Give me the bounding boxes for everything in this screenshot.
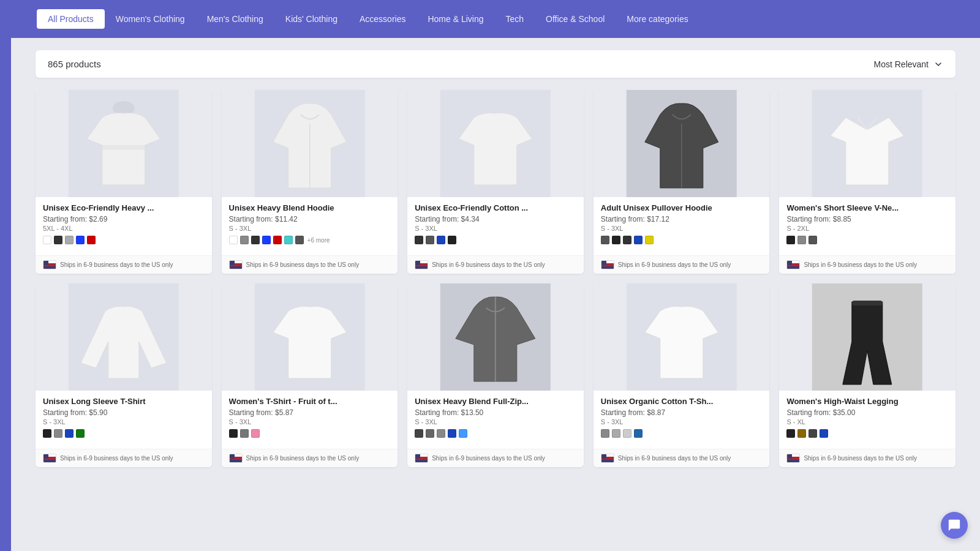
color-swatch[interactable]: [240, 236, 249, 244]
color-swatch[interactable]: [459, 429, 467, 438]
shipping-text: Ships in 6-9 business days to the US onl…: [618, 261, 731, 269]
color-swatch[interactable]: [612, 236, 620, 244]
nav-tab-kids--clothing[interactable]: Kids' Clothing: [274, 9, 349, 29]
product-name: Unisex Long Sleeve T-Shirt: [43, 397, 205, 406]
color-swatch[interactable]: [623, 429, 631, 438]
product-price: Starting from: $5.87: [229, 408, 391, 417]
nav-tab-men-s-clothing[interactable]: Men's Clothing: [196, 9, 274, 29]
color-swatch[interactable]: [809, 236, 817, 244]
us-flag-icon: [415, 454, 428, 463]
color-swatch[interactable]: [426, 429, 434, 438]
product-card[interactable]: Women's High-Waist Legging Starting from…: [779, 283, 956, 467]
product-sizes: 5XL - 4XL: [43, 225, 205, 232]
product-info: Unisex Eco-Friendly Heavy ... Starting f…: [36, 197, 212, 255]
nav-tab-all-products[interactable]: All Products: [37, 9, 105, 29]
color-swatch[interactable]: [634, 429, 643, 438]
color-swatch[interactable]: [415, 236, 423, 244]
color-swatch[interactable]: [797, 429, 806, 438]
us-flag-icon: [415, 260, 428, 269]
nav-tab-home---living[interactable]: Home & Living: [417, 9, 494, 29]
color-swatch[interactable]: [645, 236, 654, 244]
color-swatch[interactable]: [786, 429, 795, 438]
color-swatch[interactable]: [295, 236, 304, 244]
color-swatches: [43, 429, 205, 438]
product-card[interactable]: Unisex Heavy Blend Hoodie Starting from:…: [222, 90, 398, 274]
nav-tab-office---school[interactable]: Office & School: [535, 9, 616, 29]
color-swatch[interactable]: [87, 236, 96, 244]
color-swatch[interactable]: [797, 236, 806, 244]
color-swatch[interactable]: [623, 236, 631, 244]
color-swatch[interactable]: [786, 236, 795, 244]
color-swatch[interactable]: [76, 429, 85, 438]
product-name: Women's T-Shirt - Fruit of t...: [229, 397, 391, 406]
product-name: Unisex Heavy Blend Hoodie: [229, 203, 391, 212]
color-swatch[interactable]: [448, 236, 456, 244]
nav-tab-women-s-clothing[interactable]: Women's Clothing: [105, 9, 196, 29]
color-swatch[interactable]: [65, 236, 74, 244]
product-image: [222, 283, 398, 391]
sort-dropdown[interactable]: Most Relevant: [874, 59, 943, 69]
product-sizes: S - XL: [786, 418, 948, 425]
nav-tab-accessories[interactable]: Accessories: [349, 9, 417, 29]
product-card[interactable]: Unisex Eco-Friendly Heavy ... Starting f…: [36, 90, 212, 274]
color-swatch[interactable]: [820, 429, 828, 438]
product-image: [407, 90, 584, 197]
product-image: [779, 283, 956, 391]
product-info: Women's T-Shirt - Fruit of t... Starting…: [222, 391, 398, 449]
product-card[interactable]: Women's Short Sleeve V-Ne... Starting fr…: [779, 90, 956, 274]
color-swatch[interactable]: [54, 236, 62, 244]
product-card[interactable]: Unisex Long Sleeve T-Shirt Starting from…: [36, 283, 212, 467]
color-swatch[interactable]: [54, 429, 62, 438]
shipping-text: Ships in 6-9 business days to the US onl…: [804, 454, 917, 462]
product-info: Unisex Long Sleeve T-Shirt Starting from…: [36, 391, 212, 449]
color-swatch[interactable]: [612, 429, 620, 438]
color-swatch[interactable]: [76, 236, 85, 244]
shipping-text: Ships in 6-9 business days to the US onl…: [804, 261, 917, 269]
main-content: 865 products Most Relevant Unisex Eco-Fr…: [11, 38, 980, 479]
product-card[interactable]: Women's T-Shirt - Fruit of t... Starting…: [222, 283, 398, 467]
color-swatch[interactable]: [273, 236, 282, 244]
nav-tab-tech[interactable]: Tech: [494, 9, 535, 29]
color-swatch[interactable]: [415, 429, 423, 438]
nav-tab-more-categories[interactable]: More categories: [616, 9, 699, 29]
color-swatch[interactable]: [437, 236, 445, 244]
color-swatch[interactable]: [240, 429, 249, 438]
product-price: Starting from: $2.69: [43, 215, 205, 223]
color-swatch[interactable]: [634, 236, 643, 244]
color-swatch[interactable]: [426, 236, 434, 244]
color-swatch[interactable]: [65, 429, 74, 438]
product-name: Unisex Organic Cotton T-Sh...: [601, 397, 763, 406]
product-image: [594, 283, 770, 391]
product-price: Starting from: $8.85: [786, 215, 948, 223]
product-image: [594, 90, 770, 197]
color-swatch[interactable]: [251, 236, 260, 244]
shipping-info: Ships in 6-9 business days to the US onl…: [36, 449, 212, 467]
color-swatch[interactable]: [809, 429, 817, 438]
color-swatch[interactable]: [229, 429, 238, 438]
chat-button[interactable]: [941, 512, 968, 539]
product-name: Unisex Eco-Friendly Heavy ...: [43, 203, 205, 212]
color-swatches: [601, 429, 763, 438]
product-info: Unisex Heavy Blend Full-Zip... Starting …: [407, 391, 584, 449]
color-swatch[interactable]: [601, 236, 609, 244]
color-swatch[interactable]: [43, 429, 51, 438]
product-card[interactable]: Unisex Heavy Blend Full-Zip... Starting …: [407, 283, 584, 467]
product-count: 865 products: [48, 59, 101, 69]
product-image: [36, 283, 212, 391]
product-grid: Unisex Eco-Friendly Heavy ... Starting f…: [36, 90, 956, 467]
product-card[interactable]: Unisex Eco-Friendly Cotton ... Starting …: [407, 90, 584, 274]
product-sizes: S - 3XL: [229, 225, 391, 232]
color-swatch[interactable]: [284, 236, 293, 244]
product-card[interactable]: Adult Unisex Pullover Hoodie Starting fr…: [594, 90, 770, 274]
color-swatch[interactable]: [251, 429, 260, 438]
color-swatch[interactable]: [437, 429, 445, 438]
color-swatch[interactable]: [601, 429, 609, 438]
product-image: [779, 90, 956, 197]
color-swatch[interactable]: [448, 429, 456, 438]
shipping-info: Ships in 6-9 business days to the US onl…: [779, 255, 956, 274]
color-swatch[interactable]: [229, 236, 238, 244]
color-swatch[interactable]: [262, 236, 271, 244]
color-swatch[interactable]: [43, 236, 51, 244]
product-card[interactable]: Unisex Organic Cotton T-Sh... Starting f…: [594, 283, 770, 467]
product-name: Unisex Eco-Friendly Cotton ...: [415, 203, 576, 212]
